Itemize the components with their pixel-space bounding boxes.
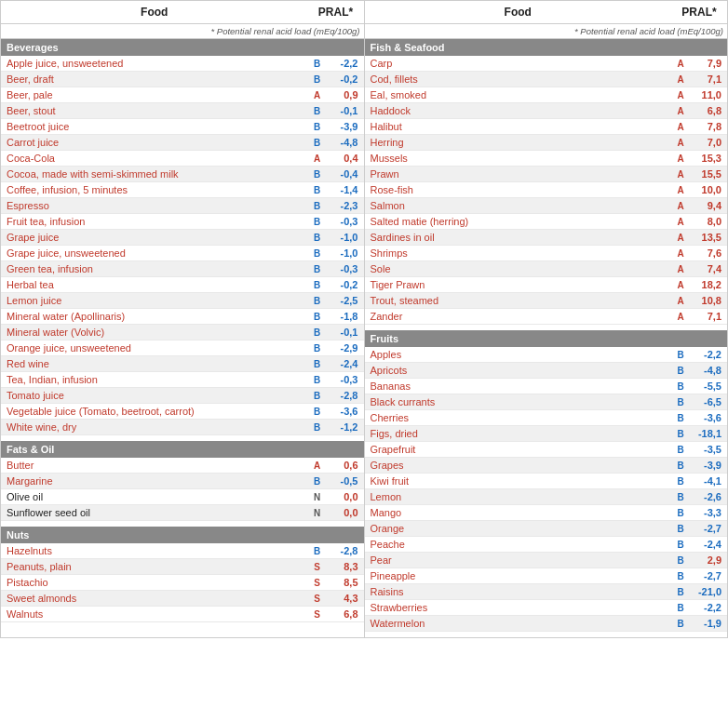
badge: B xyxy=(673,506,688,520)
food-name: Cocoa, made with semi-skimmed milk xyxy=(1,167,310,181)
right-food-header: Food xyxy=(365,1,672,23)
table-row: ShrimpsA7,6 xyxy=(365,246,728,261)
badge: B xyxy=(673,585,688,599)
table-row: PrawnA15,5 xyxy=(365,167,728,182)
pral-value: 10,0 xyxy=(688,182,727,197)
table-row: Grape juiceB-1,0 xyxy=(1,230,364,246)
pral-value: 8,0 xyxy=(688,214,727,229)
pral-value: -4,8 xyxy=(325,135,364,150)
pral-value: -5,5 xyxy=(688,379,727,394)
food-name: Apples xyxy=(365,347,674,362)
pral-value: 6,8 xyxy=(325,607,364,621)
badge: B xyxy=(310,373,325,387)
food-name: Vegetable juice (Tomato, beetroot, carro… xyxy=(1,404,310,419)
badge: B xyxy=(310,357,325,371)
badge: B xyxy=(310,294,325,308)
pral-value: -2,2 xyxy=(688,347,727,362)
badge: B xyxy=(310,57,325,71)
food-name: Beetroot juice xyxy=(1,119,310,134)
table-row: CherriesB-3,6 xyxy=(365,410,728,426)
pral-value: -0,3 xyxy=(325,261,364,276)
pral-value: 0,6 xyxy=(325,458,364,473)
table-row: Red wineB-2,4 xyxy=(1,356,364,372)
pral-value: -0,2 xyxy=(325,277,364,292)
table-row: LemonB-2,6 xyxy=(365,489,728,505)
pral-value: -2,4 xyxy=(325,356,364,371)
badge: B xyxy=(673,474,688,488)
pral-value: -18,1 xyxy=(688,426,727,441)
badge: B xyxy=(673,490,688,504)
badge: S xyxy=(310,576,325,590)
pral-value: 7,9 xyxy=(688,56,727,71)
food-name: Beer, pale xyxy=(1,87,310,102)
badge: B xyxy=(673,554,688,567)
food-name: Mango xyxy=(365,505,674,520)
pral-value: -3,5 xyxy=(688,442,727,457)
table-row: Figs, driedB-18,1 xyxy=(365,426,728,442)
table-row: Cocoa, made with semi-skimmed milkB-0,4 xyxy=(1,167,364,182)
badge: B xyxy=(310,120,325,134)
food-name: Pistachio xyxy=(1,575,310,590)
badge: B xyxy=(310,326,325,340)
food-name: Pear xyxy=(365,553,674,567)
badge: A xyxy=(673,262,688,276)
pral-value: 15,5 xyxy=(688,167,727,181)
food-name: Shrimps xyxy=(365,246,674,260)
badge: B xyxy=(310,104,325,118)
table-row: HalibutA7,8 xyxy=(365,119,728,135)
badge: B xyxy=(310,405,325,419)
badge: B xyxy=(310,544,325,558)
pral-value: -0,3 xyxy=(325,214,364,229)
food-name: Fruit tea, infusion xyxy=(1,214,310,229)
pral-value: 0,0 xyxy=(325,489,364,504)
food-name: Orange juice, unsweetened xyxy=(1,340,310,355)
food-name: Red wine xyxy=(1,356,310,371)
table-row: Peanuts, plainS8,3 xyxy=(1,559,364,575)
badge: B xyxy=(673,443,688,457)
food-name: Sole xyxy=(365,261,674,276)
food-name: Grape juice xyxy=(1,230,310,245)
pral-value: 0,9 xyxy=(325,87,364,102)
pral-value: -0,5 xyxy=(325,474,364,488)
food-name: Sunflower seed oil xyxy=(1,505,310,520)
pral-value: 7,6 xyxy=(688,246,727,260)
pral-value: 10,8 xyxy=(688,293,727,308)
right-pral-header: PRAL* xyxy=(671,1,727,23)
badge: A xyxy=(673,88,688,102)
table-row: Carrot juiceB-4,8 xyxy=(1,135,364,151)
left-subtitle: * Potential renal acid load (mEq/100g) xyxy=(1,24,364,39)
table-row: Vegetable juice (Tomato, beetroot, carro… xyxy=(1,404,364,420)
table-row: Black currantsB-6,5 xyxy=(365,394,728,410)
badge: B xyxy=(310,167,325,181)
badge: A xyxy=(673,231,688,245)
table-row: MargarineB-0,5 xyxy=(1,474,364,489)
badge: B xyxy=(310,247,325,260)
food-name: Pineapple xyxy=(365,568,674,583)
badge: B xyxy=(310,183,325,197)
food-name: Grape juice, unsweetened xyxy=(1,246,310,260)
food-name: White wine, dry xyxy=(1,420,310,434)
table-row: OrangeB-2,7 xyxy=(365,521,728,537)
badge: B xyxy=(673,538,688,552)
food-name: Bananas xyxy=(365,379,674,394)
table-row: CarpA7,9 xyxy=(365,56,728,72)
badge: B xyxy=(310,231,325,245)
badge: B xyxy=(673,459,688,473)
badge: B xyxy=(310,199,325,213)
table-row: SalmonA9,4 xyxy=(365,198,728,214)
pral-value: 7,8 xyxy=(688,119,727,134)
food-name: Trout, steamed xyxy=(365,293,674,308)
table-row: Trout, steamedA10,8 xyxy=(365,293,728,309)
badge: B xyxy=(673,395,688,409)
food-name: Peache xyxy=(365,537,674,552)
badge: B xyxy=(673,569,688,583)
food-name: Herring xyxy=(365,135,674,150)
pral-value: 6,8 xyxy=(688,103,727,118)
table-row: WalnutsS6,8 xyxy=(1,607,364,622)
pral-value: -2,7 xyxy=(688,568,727,583)
badge: A xyxy=(673,294,688,308)
pral-value: -2,8 xyxy=(325,388,364,403)
badge: B xyxy=(673,601,688,615)
badge: B xyxy=(673,380,688,394)
table-row: Tiger PrawnA18,2 xyxy=(365,277,728,293)
